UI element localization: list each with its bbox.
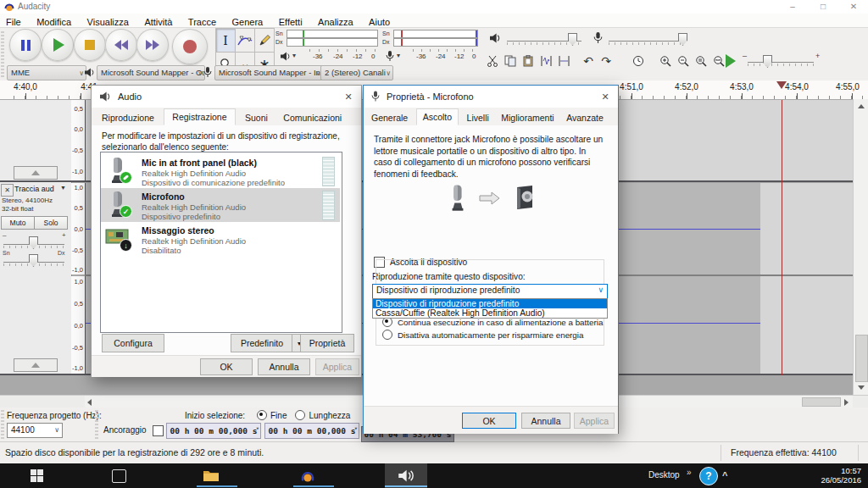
cut-button[interactable] xyxy=(485,52,500,70)
props-apply-button[interactable]: Applica xyxy=(574,413,615,429)
audio-host-combo[interactable]: MME ∨ xyxy=(7,65,86,80)
sound-window-button[interactable] xyxy=(398,469,414,482)
show-hidden-icons-chevron[interactable]: ^ xyxy=(722,470,727,480)
input-device-combo[interactable]: Microsoft Sound Mapper - Inpu ∨ xyxy=(214,65,323,80)
toolbar-grip[interactable] xyxy=(1,410,4,439)
device-list-item[interactable]: ↓ Missaggio stereo Realtek High Definiti… xyxy=(101,222,340,256)
project-rate-combo[interactable]: 44100 ∨ xyxy=(7,423,63,438)
props-ok-button[interactable]: OK xyxy=(462,413,516,429)
menu-visualizza[interactable]: Visualizza xyxy=(81,15,135,29)
length-radio[interactable] xyxy=(295,410,305,420)
playback-device-combo[interactable]: Dispositivo di riproduzione predefinito … xyxy=(372,284,608,299)
start-button[interactable] xyxy=(31,469,43,482)
playhead-marker[interactable] xyxy=(776,81,787,89)
meter-dropdown-caret[interactable]: ▾ xyxy=(292,52,296,59)
solo-button[interactable]: Solo xyxy=(34,216,68,230)
fit-selection-button[interactable] xyxy=(693,52,709,70)
audio-dialog-close-button[interactable]: ✕ xyxy=(336,86,361,108)
menu-effetti[interactable]: Effetti xyxy=(273,15,309,29)
play-at-speed-button[interactable] xyxy=(726,54,736,68)
tab-riproduzione[interactable]: Riproduzione xyxy=(96,110,160,125)
meter-dropdown-caret[interactable]: ▾ xyxy=(397,52,400,59)
track2-collapse-button[interactable] xyxy=(14,358,58,372)
menu-aiuto[interactable]: Aiuto xyxy=(363,15,396,29)
track-close-button[interactable]: ✕ xyxy=(1,184,14,197)
dropdown-option[interactable]: Cassa/Cuffie (Realtek High Definition Au… xyxy=(373,308,607,318)
menu-tracce[interactable]: Tracce xyxy=(182,15,222,29)
props-cancel-button[interactable]: Annulla xyxy=(521,413,570,429)
properties-button[interactable]: Proprietà xyxy=(300,334,354,352)
menu-file[interactable]: File xyxy=(0,15,27,29)
vertical-scroll-thumb[interactable] xyxy=(855,335,868,382)
file-explorer-button[interactable] xyxy=(203,469,220,482)
track1-collapse-button[interactable] xyxy=(14,166,58,180)
pause-button[interactable] xyxy=(9,29,42,61)
stop-button[interactable] xyxy=(74,29,106,61)
tab-generale[interactable]: Generale xyxy=(367,110,412,125)
copy-button[interactable] xyxy=(503,52,518,70)
redo-button[interactable]: ↷ xyxy=(598,52,614,70)
paste-button[interactable] xyxy=(520,52,536,70)
tab-registrazione[interactable]: Registrazione xyxy=(164,108,235,125)
tab-avanzate[interactable]: Avanzate xyxy=(562,110,608,125)
draw-tool-button[interactable] xyxy=(254,28,275,53)
device-list-item-selected[interactable]: ✓ Microfono Realtek High Definition Audi… xyxy=(101,188,340,222)
toolbar-grip[interactable] xyxy=(95,410,98,439)
fast-forward-button[interactable] xyxy=(136,29,169,61)
track1-control-panel[interactable] xyxy=(0,100,72,180)
tab-comunicazioni[interactable]: Comunicazioni xyxy=(277,110,348,125)
task-view-button[interactable] xyxy=(112,469,126,483)
output-device-combo[interactable]: Microsoft Sound Mapper - Outp ∨ xyxy=(97,65,205,80)
mic-icon[interactable] xyxy=(386,51,394,62)
props-dialog-close-button[interactable]: ✕ xyxy=(593,86,618,108)
energy-radio-row[interactable]: Disattiva automaticamente per risparmiar… xyxy=(382,330,583,340)
record-button[interactable] xyxy=(172,29,208,64)
selection-end-field[interactable]: 00 h 00 m 00,000 s ▾ xyxy=(264,423,359,439)
envelope-tool-button[interactable] xyxy=(235,28,255,53)
zoom-out-button[interactable] xyxy=(676,52,691,70)
menu-analizza[interactable]: Analizza xyxy=(312,15,359,29)
desktop-toolbar-label[interactable]: Desktop xyxy=(648,470,680,480)
clock-date[interactable]: 26/05/2016 xyxy=(814,475,861,485)
menu-genera[interactable]: Genera xyxy=(226,15,270,29)
track2-channel2-ruler[interactable]: 1,0 0,5 0,0 -0,5 -1,0 xyxy=(71,276,86,374)
input-channels-combo[interactable]: 2 (Stereo) Canali ∨ xyxy=(320,65,393,80)
audio-ok-button[interactable]: OK xyxy=(200,358,253,375)
audio-cancel-button[interactable]: Annulla xyxy=(258,358,310,375)
scroll-up-icon[interactable] xyxy=(858,104,865,108)
menu-modifica[interactable]: Modifica xyxy=(31,15,77,29)
dropdown-option-selected[interactable]: Dispositivo di riproduzione predefinito xyxy=(373,299,607,308)
track-menu-caret-icon[interactable]: ▼ xyxy=(60,185,66,191)
device-list-item[interactable]: Mic in at front panel (black) Realtek Hi… xyxy=(101,154,340,188)
tab-miglioramenti[interactable]: Miglioramenti xyxy=(497,110,558,125)
speaker-icon[interactable] xyxy=(281,52,291,61)
maximize-button[interactable]: □ xyxy=(812,1,834,13)
clock-time[interactable]: 10:57 xyxy=(821,466,861,475)
end-radio[interactable] xyxy=(257,410,267,420)
audio-dialog-titlebar[interactable]: Audio ✕ xyxy=(92,86,361,108)
tab-ascolto[interactable]: Ascolto xyxy=(416,108,459,125)
audio-apply-button[interactable]: Applica xyxy=(315,358,359,375)
help-tray-icon[interactable]: ? xyxy=(699,467,718,485)
close-button[interactable]: ✕ xyxy=(843,1,865,13)
scroll-left-icon[interactable] xyxy=(87,399,92,406)
play-button[interactable] xyxy=(42,29,74,61)
energy-radio[interactable] xyxy=(382,330,392,340)
menu-attivita[interactable]: Attività xyxy=(138,15,178,29)
snap-checkbox[interactable] xyxy=(153,425,164,436)
configure-button[interactable]: Configura xyxy=(102,334,164,352)
rewind-button[interactable] xyxy=(105,29,137,61)
tab-livelli[interactable]: Livelli xyxy=(463,110,493,125)
silence-button[interactable] xyxy=(556,52,571,70)
audacity-taskbar-button[interactable] xyxy=(300,469,315,483)
selection-tool-button[interactable]: I xyxy=(215,28,236,53)
overflow-chevron[interactable]: » xyxy=(687,468,692,477)
track-name[interactable]: Traccia aud xyxy=(14,185,54,193)
track1-vertical-ruler[interactable]: 0,5 0,0 -0,5 -1,0 xyxy=(71,100,86,180)
mute-button[interactable]: Muto xyxy=(1,216,35,230)
track2-channel1-ruler[interactable]: 1,0 0,5 0,0 -0,5 -1,0 xyxy=(71,183,86,274)
selection-start-field[interactable]: 00 h 00 m 00,000 s ▾ xyxy=(166,423,261,439)
horizontal-scroll-thumb[interactable] xyxy=(802,397,841,407)
trim-button[interactable] xyxy=(538,52,554,70)
props-dialog-titlebar[interactable]: Proprietà - Microfono ✕ xyxy=(364,86,618,108)
